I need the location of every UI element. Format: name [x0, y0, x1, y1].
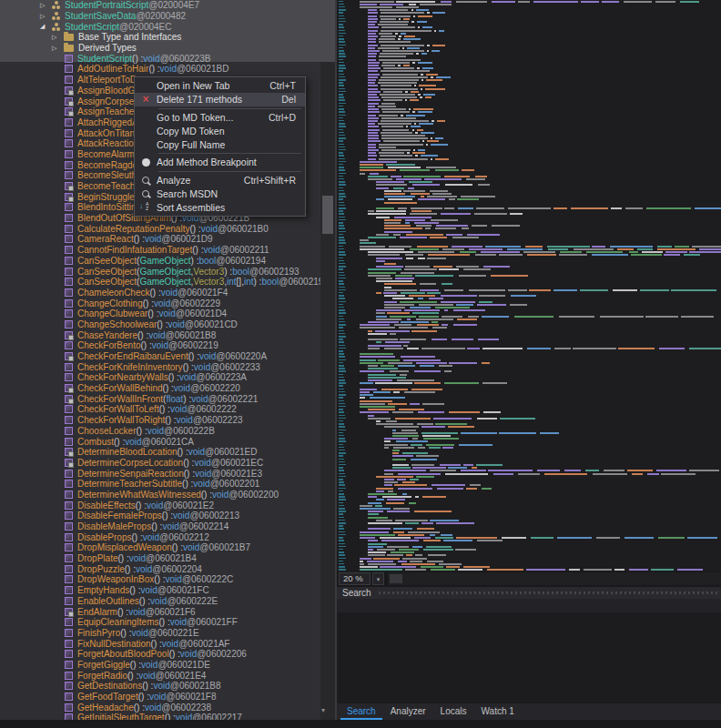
tree-item[interactable]: ▷Derived Types — [0, 43, 320, 54]
tree-item[interactable]: EnableOutlines() : void @0600222E — [0, 596, 320, 607]
code-line-fragment — [410, 213, 437, 215]
expander-collapsed-icon[interactable]: ▷ — [52, 34, 64, 41]
menu-item-sort-assemblies[interactable]: ↓AZSort Assemblies — [135, 200, 305, 214]
code-line-fragment — [617, 248, 634, 250]
menu-item-add-method-breakpoint[interactable]: Add Method Breakpoint — [135, 156, 305, 169]
code-line-fragment — [418, 62, 432, 64]
menu-item-search-msdn[interactable]: Search MSDN — [135, 187, 305, 201]
menu-item-copy-md-token[interactable]: Copy MD Token — [135, 124, 305, 137]
tree-item[interactable]: ForgetAboutBloodPool() : void @06002206 — [0, 649, 320, 660]
tree-item[interactable]: DisableProps() : void @06002212 — [0, 531, 320, 542]
tree-item[interactable]: ▷Base Type and Interfaces — [0, 32, 320, 43]
code-line-fragment — [381, 108, 406, 110]
tree-item[interactable]: ForgetRadio() : void @060021E4 — [0, 670, 320, 681]
tab-locals[interactable]: Locals — [434, 704, 473, 720]
code-line-fragment — [460, 251, 476, 253]
tree-item-text: () : — [127, 671, 138, 681]
tree-scrollbar-thumb[interactable] — [322, 196, 333, 234]
tree-item[interactable]: CanSeeObject(GameObject, Vector3) : bool… — [0, 266, 320, 277]
horizontal-scrollbar-thumb[interactable] — [390, 574, 402, 583]
tree-item[interactable]: ChooseLocker() : void @0600222B — [0, 426, 320, 437]
tree-item[interactable]: DropPlate() : void @060021B4 — [0, 553, 320, 564]
tree-item[interactable]: GetHeadache() : void @06002238 — [0, 702, 320, 713]
tree-item[interactable]: ChangeClothing() : void @06002229 — [0, 298, 320, 308]
expander-collapsed-icon[interactable]: ▷ — [40, 13, 52, 20]
tree-item[interactable]: ChameleonCheck() : void @060021F4 — [0, 288, 320, 298]
tree-item[interactable]: CheckForKnifeInInventory() : void @06002… — [0, 361, 320, 372]
tree-item[interactable]: CheckForWallBehind() : void @06002220 — [0, 383, 320, 394]
tree-item[interactable]: StudentScript() : void @0600223B — [0, 53, 320, 64]
tree-item[interactable]: Combust() : void @060021CA — [0, 436, 320, 447]
line-number-mark — [339, 505, 344, 507]
tree-item[interactable]: ▷StudentSaveData @02000482 — [0, 11, 320, 22]
expander-expanded-icon[interactable]: ◢ — [40, 23, 52, 30]
expander-collapsed-icon[interactable]: ▷ — [52, 45, 64, 52]
tree-item[interactable]: CanSeeObject(GameObject, Vector3, int[],… — [0, 277, 320, 288]
tree-item[interactable]: DetermineSenpaiReaction() : void @060021… — [0, 468, 320, 479]
tree-item[interactable]: DisableEffects() : void @060021E2 — [0, 500, 320, 511]
tree-item[interactable]: GetDestinations() : void @060021B8 — [0, 681, 320, 692]
line-number-mark — [339, 79, 346, 81]
tree-item[interactable]: CheckForWallToLeft() : void @06002222 — [0, 404, 320, 415]
panel-splitter[interactable] — [335, 0, 337, 728]
tree-item[interactable]: CheckForWallToRight() : void @06002223 — [0, 415, 320, 426]
tree-item[interactable]: DropWeaponInBox() : void @0600222C — [0, 574, 320, 585]
tree-item[interactable]: CheckForNearbyWalls() : void @0600223A — [0, 372, 320, 383]
code-line-fragment — [384, 438, 408, 440]
tree-item[interactable]: GetFoodTarget() : void @060021F8 — [0, 692, 320, 703]
horizontal-scrollbar-track[interactable] — [388, 572, 721, 585]
code-line-fragment — [401, 272, 434, 274]
tree-item[interactable]: ChangeClubwear() : void @060021D4 — [0, 308, 320, 319]
tree-item[interactable]: ChangeSchoolwear() : void @060021CD — [0, 319, 320, 330]
code-line-fragment — [376, 292, 381, 294]
tree-item[interactable]: ▷StudentPortraitScript @020004E7 — [0, 0, 320, 11]
method-icon — [65, 511, 73, 520]
code-line-fragment — [405, 219, 425, 221]
tab-scroll-arrow-icon[interactable]: ▾ — [321, 706, 325, 714]
menu-item-open-in-new-tab[interactable]: Open in New TabCtrl+T — [135, 79, 305, 93]
tree-item[interactable]: EndAlarm() : void @060021F6 — [0, 606, 320, 617]
tab-watch-1[interactable]: Watch 1 — [475, 704, 521, 720]
tree-item[interactable]: DetermineCorpseLocation() : void @060021… — [0, 458, 320, 469]
code-line-fragment — [485, 246, 521, 248]
tree-item[interactable]: EmptyHands() : void @060021FC — [0, 585, 320, 596]
tree-item[interactable]: DetermineTeacherSubtitle() : void @06002… — [0, 479, 320, 490]
tree-item[interactable]: CanSeeObject(GameObject) : bool @0600219… — [0, 256, 320, 267]
tree-item[interactable]: DropMisplacedWeapon() : void @060021B7 — [0, 542, 320, 553]
expander-collapsed-icon[interactable]: ▷ — [40, 2, 52, 9]
decompiled-code-editor[interactable] — [337, 0, 721, 571]
tree-item[interactable]: EquipCleaningItems() : void @060021FF — [0, 617, 320, 628]
search-input-row[interactable] — [337, 599, 721, 612]
menu-item-go-to-md-token[interactable]: Go to MD Token...Ctrl+D — [135, 111, 305, 125]
tree-item[interactable]: DetermineBloodLocation() : void @060021E… — [0, 447, 320, 458]
menu-item-delete-171-methods[interactable]: ×Delete 171 methodsDel — [135, 93, 305, 106]
tree-item[interactable]: ForgetGiggle() : void @060021DE — [0, 660, 320, 671]
tab-analyzer[interactable]: Analyzer — [384, 704, 432, 720]
tree-item[interactable]: AddOutlineToHair() : void @060021BD — [0, 64, 320, 75]
tree-item[interactable]: DetermineWhatWasWitnessed() : void @0600… — [0, 490, 320, 500]
tree-item[interactable]: CheckForEndRaibaruEvent() : void @060022… — [0, 351, 320, 362]
tree-item[interactable]: CalculateReputationPenalty() : void @060… — [0, 223, 320, 234]
tree-item[interactable]: FinishPyro() : void @0600221E — [0, 628, 320, 639]
search-column-header[interactable]: Search — [337, 587, 721, 599]
tab-search[interactable]: Search — [340, 704, 382, 720]
tree-item[interactable]: FixNullDestination() : void @060021AF — [0, 638, 320, 649]
tree-scrollbar-track[interactable] — [320, 0, 335, 720]
tree-item[interactable]: DropPuzzle() : void @06002204 — [0, 563, 320, 574]
code-line-fragment — [381, 96, 418, 98]
zoom-dropdown-button[interactable]: ▾ — [372, 572, 384, 585]
menu-item-analyze[interactable]: AnalyzeCtrl+Shift+R — [135, 174, 305, 187]
tree-item-text: ChooseLocker — [77, 426, 136, 436]
tree-item[interactable]: ChaseYandere() : void @060021B8 — [0, 329, 320, 340]
tree-item[interactable]: CheckForBento() : void @06002219 — [0, 340, 320, 351]
code-line-fragment — [387, 554, 403, 556]
editor-zoom-level[interactable]: 20 % — [339, 572, 371, 585]
tree-item[interactable]: DisableFemaleProps() : void @06002213 — [0, 511, 320, 521]
tree-item[interactable]: CheckForWallInFront(float) : void @06002… — [0, 393, 320, 404]
tree-item[interactable]: CameraReact() : void @060021D9 — [0, 234, 320, 245]
tree-item[interactable]: DisableMaleProps() : void @06002214 — [0, 521, 320, 532]
tree-item[interactable]: ◢StudentScript @020004EC — [0, 21, 320, 32]
tree-item[interactable]: CannotFindInfatuationTarget() : void @06… — [0, 245, 320, 256]
tree-item[interactable]: GetInitialSleuthTarget() : void @0600221… — [0, 713, 320, 720]
menu-item-copy-full-name[interactable]: Copy Full Name — [135, 137, 305, 151]
